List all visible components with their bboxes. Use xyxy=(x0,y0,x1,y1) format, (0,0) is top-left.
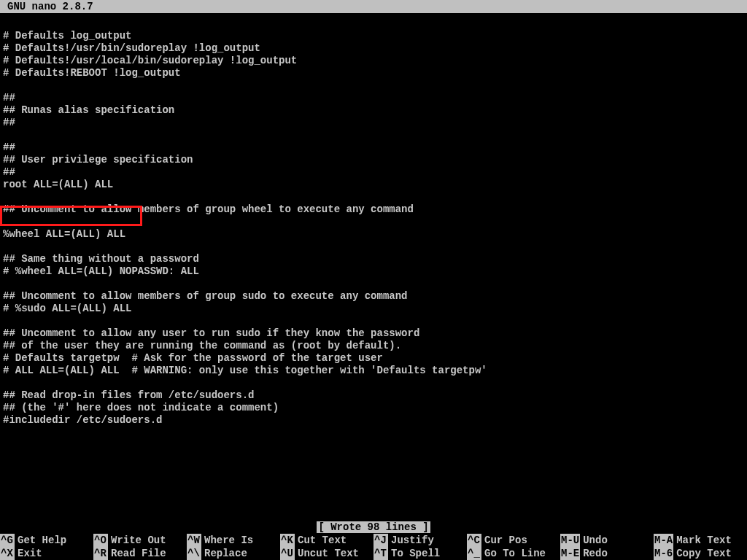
file-name: File: /etc/sudoers xyxy=(0,26,747,39)
shortcut-replace[interactable]: ^\Replace xyxy=(187,547,280,560)
editor-line: root ALL=(ALL) ALL xyxy=(3,179,744,191)
editor-line: ## xyxy=(3,117,744,129)
shortcut-justify[interactable]: ^JJustify xyxy=(374,534,467,547)
shortcut-write-out[interactable]: ^OWrite Out xyxy=(93,534,187,547)
editor-line xyxy=(3,241,744,253)
shortcut-label: Where Is xyxy=(201,534,253,547)
editor-line: # Defaults!REBOOT !log_output xyxy=(3,67,744,79)
shortcut-key: ^W xyxy=(187,534,201,547)
editor-line: ## (the '#' here does not indicate a com… xyxy=(3,402,744,414)
shortcut-bar: ^GGet Help^OWrite Out^WWhere Is^KCut Tex… xyxy=(0,534,747,560)
shortcut-key: M-A xyxy=(654,534,673,547)
editor-line: # %wheel ALL=(ALL) NOPASSWD: ALL xyxy=(3,265,744,278)
shortcut-mark-text[interactable]: M-AMark Text xyxy=(654,534,747,547)
editor-line: ## xyxy=(3,166,744,179)
shortcut-key: M-6 xyxy=(654,547,673,560)
shortcut-to-spell[interactable]: ^TTo Spell xyxy=(374,547,467,560)
shortcut-row-2: ^XExit^RRead File^\Replace^UUncut Text^T… xyxy=(0,547,747,560)
shortcut-uncut-text[interactable]: ^UUncut Text xyxy=(280,547,374,560)
editor-line: # Defaults!/usr/local/bin/sudoreplay !lo… xyxy=(3,55,744,67)
shortcut-label: Copy Text xyxy=(673,547,732,560)
shortcut-get-help[interactable]: ^GGet Help xyxy=(0,534,93,547)
shortcut-row-1: ^GGet Help^OWrite Out^WWhere Is^KCut Tex… xyxy=(0,534,747,547)
editor-line: ## Uncomment to allow members of group w… xyxy=(3,203,744,216)
shortcut-key: M-U xyxy=(560,534,580,547)
shortcut-cut-text[interactable]: ^KCut Text xyxy=(280,534,374,547)
titlebar: GNU nano 2.8.7 File: /etc/sudoers xyxy=(0,0,747,13)
editor-line xyxy=(3,278,744,290)
shortcut-key: ^T xyxy=(374,547,388,560)
status-line: [ Wrote 98 lines ] xyxy=(0,521,747,534)
editor-content[interactable]: # Defaults log_output# Defaults!/usr/bin… xyxy=(0,13,747,427)
shortcut-label: Undo xyxy=(580,534,608,547)
shortcut-label: Write Out xyxy=(108,534,166,547)
shortcut-read-file[interactable]: ^RRead File xyxy=(93,547,187,560)
editor-line xyxy=(3,377,744,389)
editor-line: ## of the user they are running the comm… xyxy=(3,340,744,352)
editor-line: ## Runas alias specification xyxy=(3,104,744,117)
shortcut-undo[interactable]: M-UUndo xyxy=(560,534,654,547)
shortcut-where-is[interactable]: ^WWhere Is xyxy=(187,534,280,547)
editor-line xyxy=(3,216,744,228)
shortcut-go-to-line[interactable]: ^_Go To Line xyxy=(467,547,560,560)
editor-line: ## xyxy=(3,141,744,154)
shortcut-label: To Spell xyxy=(388,547,440,560)
editor-line: ## xyxy=(3,92,744,104)
shortcut-label: Redo xyxy=(580,547,608,560)
editor-line: # Defaults!/usr/bin/sudoreplay !log_outp… xyxy=(3,42,744,55)
shortcut-label: Justify xyxy=(388,534,434,547)
editor-line: ## User privilege specification xyxy=(3,154,744,166)
editor-line xyxy=(3,191,744,203)
status-message: [ Wrote 98 lines ] xyxy=(317,521,430,533)
shortcut-key: ^_ xyxy=(467,547,481,560)
app-name: GNU nano 2.8.7 xyxy=(7,0,93,13)
editor-line: ## Same thing without a password xyxy=(3,253,744,265)
shortcut-key: ^U xyxy=(280,547,295,560)
shortcut-copy-text[interactable]: M-6Copy Text xyxy=(654,547,747,560)
shortcut-label: Cur Pos xyxy=(481,534,527,547)
shortcut-key: ^O xyxy=(93,534,108,547)
shortcut-label: Read File xyxy=(108,547,166,560)
shortcut-label: Get Help xyxy=(15,534,66,547)
editor-line: ## Uncomment to allow any user to run su… xyxy=(3,327,744,340)
shortcut-key: ^R xyxy=(93,547,108,560)
shortcut-key: ^G xyxy=(0,534,15,547)
editor-line: ## Uncomment to allow members of group s… xyxy=(3,290,744,303)
shortcut-label: Replace xyxy=(201,547,247,560)
editor-line xyxy=(3,129,744,141)
shortcut-label: Go To Line xyxy=(481,547,546,560)
shortcut-key: M-E xyxy=(560,547,580,560)
shortcut-cur-pos[interactable]: ^CCur Pos xyxy=(467,534,560,547)
shortcut-exit[interactable]: ^XExit xyxy=(0,547,93,560)
editor-line: # ALL ALL=(ALL) ALL # WARNING: only use … xyxy=(3,365,744,377)
shortcut-key: ^K xyxy=(280,534,295,547)
shortcut-label: Cut Text xyxy=(295,534,347,547)
shortcut-label: Exit xyxy=(15,547,42,560)
shortcut-key: ^J xyxy=(374,534,388,547)
editor-line: # %sudo ALL=(ALL) ALL xyxy=(3,303,744,315)
shortcut-label: Mark Text xyxy=(673,534,732,547)
shortcut-key: ^\ xyxy=(187,547,201,560)
shortcut-key: ^X xyxy=(0,547,15,560)
editor-line: %wheel ALL=(ALL) ALL xyxy=(3,228,744,241)
editor-line xyxy=(3,315,744,327)
editor-line: ## Read drop-in files from /etc/sudoers.… xyxy=(3,389,744,402)
shortcut-key: ^C xyxy=(467,534,481,547)
editor-line: # Defaults targetpw # Ask for the passwo… xyxy=(3,352,744,365)
editor-line xyxy=(3,79,744,92)
editor-line: #includedir /etc/sudoers.d xyxy=(3,414,744,427)
shortcut-redo[interactable]: M-ERedo xyxy=(560,547,654,560)
shortcut-label: Uncut Text xyxy=(295,547,359,560)
